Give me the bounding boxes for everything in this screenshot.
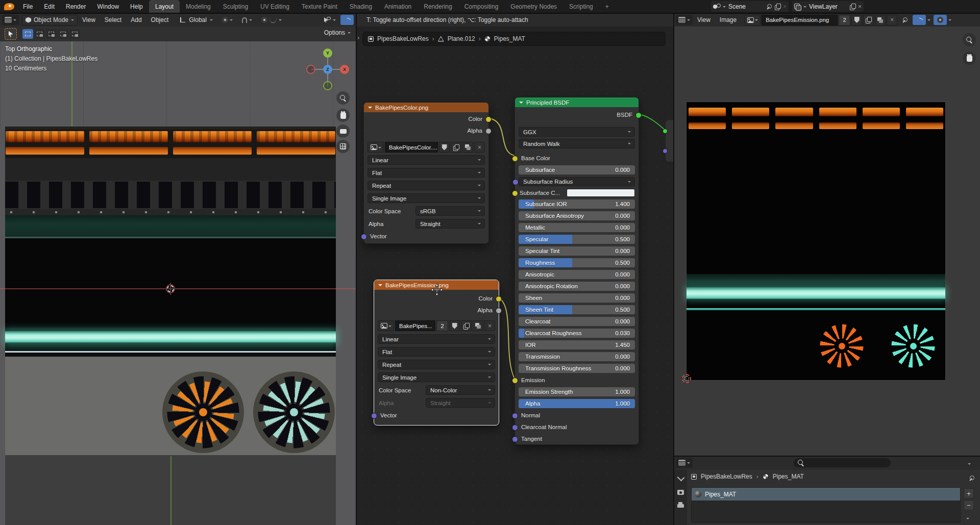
add-slot-button[interactable]: + — [964, 488, 974, 498]
editor-type-properties[interactable] — [676, 458, 693, 468]
tab-texture-paint[interactable]: Texture Paint — [296, 0, 344, 13]
breadcrumb-material[interactable]: Pipes_MAT — [773, 473, 804, 480]
input-tangent[interactable]: Tangent — [519, 434, 635, 443]
perspective-toggle-button[interactable] — [336, 140, 350, 153]
chevron-down-icon[interactable] — [927, 19, 930, 22]
chevron-down-icon[interactable] — [948, 19, 951, 22]
color-space-dropdown[interactable]: Non-Color — [426, 385, 495, 395]
collapse-icon[interactable] — [378, 284, 382, 288]
tab-compositing[interactable]: Compositing — [458, 0, 505, 13]
param-specular-tint[interactable]: Specular Tint0.000 — [519, 246, 635, 256]
snapping-controls[interactable] — [237, 13, 257, 27]
param-roughness[interactable]: Roughness0.500 — [519, 258, 635, 267]
menu-add[interactable]: Add — [126, 13, 146, 27]
new-scene-icon[interactable] — [775, 4, 780, 10]
menu-window[interactable]: Window — [91, 0, 125, 13]
axis-y-minus[interactable] — [323, 81, 332, 90]
input-vector[interactable]: Vector — [368, 232, 485, 241]
editor-type-image[interactable] — [676, 15, 693, 25]
param-metallic[interactable]: Metallic0.000 — [519, 223, 635, 232]
region-divider[interactable] — [674, 456, 980, 457]
menu-view[interactable]: View — [693, 13, 715, 27]
param-ior[interactable]: IOR1.450 — [519, 340, 635, 349]
tool-options-dropdown[interactable]: Options — [324, 29, 351, 36]
node-material-output-partial[interactable] — [665, 119, 673, 162]
image-name-field[interactable]: BakePipesColor.... — [385, 142, 438, 153]
pack-image-button[interactable] — [473, 320, 483, 331]
param-transmission-roughness[interactable]: Transmission Roughness0.000 — [519, 364, 635, 373]
param-anisotropic-rotation[interactable]: Anisotropic Rotation0.000 — [519, 282, 635, 291]
projection-dropdown[interactable]: Flat — [368, 168, 485, 178]
param-anisotropic[interactable]: Anisotropic0.000 — [519, 270, 635, 279]
tab-modeling[interactable]: Modeling — [180, 0, 217, 13]
input-subsurface-color[interactable]: Subsurface C... — [519, 189, 635, 197]
menu-render[interactable]: Render — [60, 0, 91, 13]
search-field[interactable] — [794, 458, 891, 467]
source-dropdown[interactable]: Single Image — [378, 372, 495, 382]
output-bsdf[interactable]: BSDF — [519, 110, 635, 120]
output-alpha[interactable]: Alpha — [368, 126, 485, 136]
select-mode-set[interactable] — [22, 29, 33, 39]
zoom-button[interactable] — [336, 91, 350, 105]
axis-y-plus[interactable]: Y — [323, 48, 332, 58]
image-editor[interactable] — [674, 27, 980, 456]
image-snap-button[interactable] — [934, 15, 947, 25]
scene-selector[interactable]: Scene × — [711, 1, 789, 12]
region-divider[interactable] — [673, 13, 674, 525]
filter-dropdown-icon[interactable] — [968, 463, 971, 466]
menu-file[interactable]: File — [17, 0, 38, 13]
input-displacement-socket[interactable] — [663, 148, 668, 154]
region-toggle-chevron[interactable]: › — [357, 34, 359, 41]
browse-image-button[interactable] — [368, 142, 384, 153]
new-image-button[interactable] — [863, 15, 874, 26]
tab-render-icon[interactable] — [677, 490, 684, 495]
collapse-icon[interactable] — [519, 102, 523, 106]
unlink-image-button[interactable]: × — [484, 320, 495, 331]
image-users-count[interactable]: 2 — [839, 15, 850, 26]
image-pivot-button[interactable] — [913, 15, 926, 25]
input-subsurface-radius[interactable]: Subsurface Radius — [519, 177, 635, 186]
param-clearcoat[interactable]: Clearcoat0.000 — [519, 317, 635, 326]
menu-help[interactable]: Help — [125, 0, 149, 13]
new-view-layer-icon[interactable] — [850, 4, 855, 10]
fake-user-button[interactable] — [439, 142, 450, 153]
input-surface-socket[interactable] — [663, 129, 668, 134]
axis-x-plus[interactable]: X — [340, 65, 349, 74]
node-principled-bsdf[interactable]: Principled BSDF BSDF GGX Random Walk Bas… — [514, 97, 639, 445]
param-sheen-tint[interactable]: Sheen Tint0.500 — [519, 305, 635, 314]
view-layer-selector[interactable]: ViewLayer × — [792, 1, 864, 12]
tab-uv-editing[interactable]: UV Editing — [254, 0, 296, 13]
new-image-button[interactable] — [461, 320, 472, 331]
axis-x-minus[interactable] — [306, 65, 315, 74]
browse-image-button[interactable] — [744, 15, 761, 26]
fake-user-button[interactable] — [851, 15, 862, 26]
param-subsurface[interactable]: Subsurface0.000 — [519, 165, 635, 174]
collapse-icon[interactable] — [368, 107, 372, 111]
param-transmission[interactable]: Transmission0.000 — [519, 352, 635, 361]
menu-view[interactable]: View — [78, 13, 100, 27]
blender-logo-icon[interactable] — [4, 3, 14, 10]
node-bake-pipes-emission[interactable]: BakePipesEmission.png Color Alpha BakePi… — [374, 280, 499, 426]
image-users-count[interactable]: 2 — [436, 320, 448, 331]
select-mode-invert[interactable] — [58, 29, 68, 39]
tab-geometry-nodes[interactable]: Geometry Nodes — [504, 0, 563, 13]
navigation-gizmo[interactable]: Y X Z — [306, 48, 350, 92]
menu-image[interactable]: Image — [715, 13, 741, 27]
subsurface-color-swatch[interactable] — [567, 189, 635, 197]
remove-view-layer-icon[interactable]: × — [858, 4, 862, 10]
browse-image-button[interactable] — [378, 320, 394, 331]
param-alpha[interactable]: Alpha1.000 — [519, 399, 635, 408]
image-name-field[interactable]: BakePipes... — [395, 320, 435, 331]
viewport-3d[interactable]: Top Orthographic (1) Collection | PipesB… — [0, 41, 356, 525]
pin-icon[interactable] — [766, 4, 772, 10]
show-gizmo-toggle[interactable] — [320, 13, 340, 27]
properties-editor[interactable]: PipesBakeLowRes › Pipes_MAT Pipes_MAT + … — [674, 456, 980, 525]
projection-dropdown[interactable]: Flat — [378, 347, 495, 357]
menu-select[interactable]: Select — [100, 13, 126, 27]
param-sheen[interactable]: Sheen0.000 — [519, 293, 635, 303]
new-image-button[interactable] — [451, 142, 461, 153]
param-emission-strength[interactable]: Emission Strength1.000 — [519, 387, 635, 396]
unlink-image-button[interactable]: × — [474, 142, 485, 153]
select-mode-intersect[interactable] — [69, 29, 80, 39]
source-dropdown[interactable]: Single Image — [368, 193, 485, 203]
